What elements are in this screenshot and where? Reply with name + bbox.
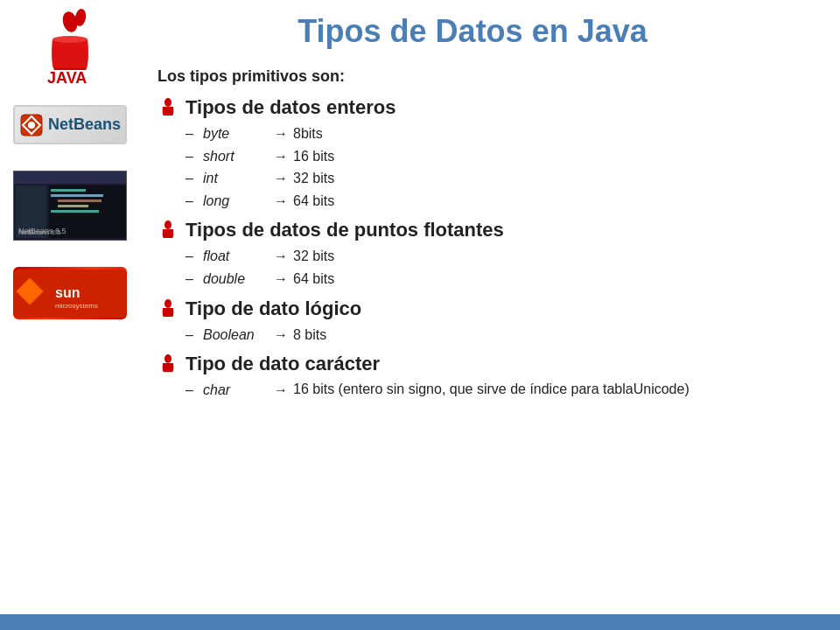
- svg-rect-13: [58, 200, 102, 202]
- enteros-int: – int → 32 bits: [186, 167, 805, 190]
- caracter-char: – char → 16 bits (entero sin signo, que …: [186, 379, 805, 402]
- enteros-byte: – byte → 8bits: [186, 122, 805, 145]
- flotantes-float: – float → 32 bits: [186, 245, 805, 268]
- section-enteros-title: Tipos de datos enteros: [186, 96, 396, 119]
- section-flotantes: Tipos de datos de puntos flotantes – flo…: [158, 219, 805, 290]
- flotantes-subitems: – float → 32 bits – double → 64 bits: [186, 245, 805, 290]
- java-bullet-enteros: [158, 97, 178, 118]
- section-logico: Tipo de dato lógico – Boolean → 8 bits: [158, 298, 805, 346]
- java-bullet-caracter: [158, 354, 178, 374]
- logico-boolean: – Boolean → 8 bits: [186, 324, 805, 346]
- svg-rect-12: [51, 194, 103, 197]
- svg-text:sun: sun: [55, 285, 80, 300]
- netbeans-screenshot: NetBeans 6.5: [13, 171, 127, 241]
- sidebar: JAVA NetBeans NetBeans 6.5: [0, 0, 140, 614]
- main-content: Tipos de Datos en Java Los tipos primiti…: [140, 0, 840, 614]
- svg-text:JAVA: JAVA: [47, 69, 87, 87]
- enteros-short: – short → 16 bits: [186, 145, 805, 168]
- section-enteros: Tipos de datos enteros – byte → 8bits – …: [158, 96, 805, 212]
- java-logo: JAVA: [26, 9, 114, 79]
- svg-rect-11: [51, 189, 86, 192]
- flotantes-double: – double → 64 bits: [186, 268, 805, 290]
- logico-subitems: – Boolean → 8 bits: [186, 324, 805, 346]
- bottom-bar: [0, 614, 840, 630]
- svg-rect-8: [14, 172, 127, 184]
- svg-rect-15: [51, 210, 99, 213]
- enteros-long: – long → 64 bits: [186, 190, 805, 213]
- svg-point-6: [28, 122, 35, 129]
- svg-point-22: [164, 220, 172, 229]
- page-title: Tipos de Datos en Java: [158, 13, 805, 50]
- java-bullet-flotantes: [158, 220, 178, 241]
- netbeans-logo: NetBeans: [13, 105, 127, 144]
- java-bullet-logico: [158, 298, 178, 319]
- svg-rect-14: [58, 205, 88, 207]
- section-flotantes-title: Tipos de datos de puntos flotantes: [186, 219, 504, 242]
- svg-text:microsystems: microsystems: [55, 302, 98, 310]
- svg-point-21: [164, 98, 172, 107]
- svg-point-24: [164, 354, 172, 363]
- svg-text:NetBeans 6.5: NetBeans 6.5: [18, 228, 61, 236]
- svg-point-2: [52, 36, 88, 43]
- enteros-subitems: – byte → 8bits – short → 16 bits – int →…: [186, 122, 805, 212]
- svg-point-23: [164, 299, 172, 308]
- section-logico-title: Tipo de dato lógico: [186, 298, 361, 320]
- netbeans-text: NetBeans: [48, 116, 121, 134]
- section-caracter-title: Tipo de dato carácter: [186, 353, 380, 375]
- svg-rect-9: [16, 186, 46, 238]
- intro-text: Los tipos primitivos son:: [158, 67, 805, 86]
- caracter-subitems: – char → 16 bits (entero sin signo, que …: [186, 379, 805, 402]
- sun-logo: sun microsystems: [13, 267, 127, 319]
- section-caracter: Tipo de dato carácter – char → 16 bits (…: [158, 353, 805, 402]
